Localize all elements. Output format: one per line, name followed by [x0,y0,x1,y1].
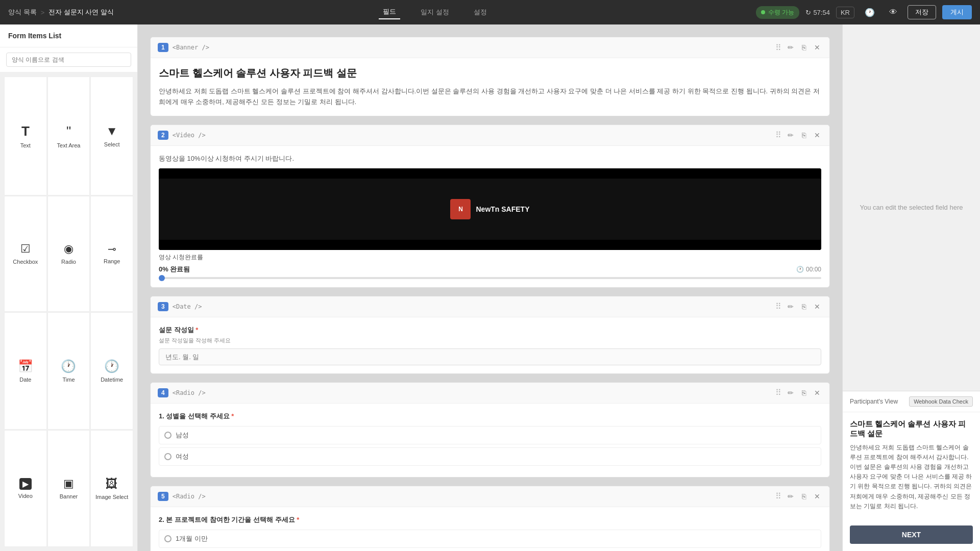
status-badge: 수령 가능 [756,6,799,19]
edit-block-button[interactable]: ✏ [786,302,796,312]
sidebar-item-textarea[interactable]: " Text Area [47,77,90,195]
video-progress-bar[interactable] [159,277,821,279]
radio-circle [164,453,172,460]
delete-block-button[interactable]: ✕ [812,302,822,312]
block-body-date: 설문 작성일 * 설문 작성일을 작성해 주세요 [151,317,829,373]
sidebar-item-label: Banner [60,493,78,499]
drag-handle-icon[interactable]: ⠿ [775,43,781,53]
radio-option-1month[interactable]: 1개월 이만 [159,530,821,548]
tab-fields[interactable]: 필드 [379,5,400,19]
edit-block-button[interactable]: ✏ [786,42,796,53]
radio-option-label: 남성 [176,431,189,440]
text-icon: T [21,123,30,139]
video-progress-row: 0% 완료됨 🕐 00:00 [159,265,821,274]
sidebar-item-checkbox[interactable]: ☑ Checkbox [4,196,47,312]
block-header-5: 5 <Radio /> ⠿ ✏ ⎘ ✕ [151,486,829,507]
sidebar-item-imageselect[interactable]: 🖼 Image Select [90,430,133,547]
form-block-radio-gender: 4 <Radio /> ⠿ ✏ ⎘ ✕ 1. 성별을 선택해 주세요 * 남성 [150,382,830,478]
required-mark: * [230,412,234,420]
tab-general-settings[interactable]: 일지 설정 [416,6,453,19]
required-mark: * [295,516,300,523]
radio-option-label: 1개월 이만 [176,534,208,543]
block-type-label: <Radio /> [173,389,206,396]
delete-block-button[interactable]: ✕ [812,130,822,140]
sidebar-item-label: Text Area [57,142,81,148]
webhook-button[interactable]: Webhook Data Check [909,396,973,407]
image-select-icon: 🖼 [106,477,118,491]
drag-handle-icon[interactable]: ⠿ [775,491,781,501]
block-number: 2 [158,131,168,140]
block-number: 4 [158,388,168,397]
required-mark: * [194,326,199,334]
sidebar-item-video[interactable]: ▶ Video [4,430,47,547]
copy-block-button[interactable]: ⎘ [800,130,808,140]
tab-settings[interactable]: 설정 [470,6,491,19]
radio-icon: ◉ [64,242,74,256]
history-icon[interactable]: 🕐 [861,6,879,19]
nav-actions: 수령 가능 ↻ 57:54 KR 🕐 👁 저장 게시 [756,5,972,19]
block-actions: ⠿ ✏ ⎘ ✕ [775,388,822,398]
participant-header: Participant's View Webhook Data Check [843,391,980,412]
copy-block-button[interactable]: ⎘ [800,491,808,502]
right-panel: You can edit the selected field here Par… [842,24,980,551]
sidebar-item-date[interactable]: 📅 Date [4,312,47,430]
copy-block-button[interactable]: ⎘ [800,302,808,312]
status-dot [761,10,765,14]
sidebar-item-label: Range [104,258,120,264]
radio-question-label: 1. 성별을 선택해 주세요 * [159,412,821,421]
timer-value: 57:54 [813,9,830,16]
sidebar-item-select[interactable]: ▼ Select [90,77,133,195]
block-body-radio-duration: 2. 본 프로젝트에 참여한 기간을 선택해 주세요 * 1개월 이만 1개월~… [151,507,829,551]
breadcrumb: 양식 목록 > 전자 설문지 사연 알식 [8,8,114,17]
edit-block-button[interactable]: ✏ [786,491,796,502]
drag-handle-icon[interactable]: ⠿ [775,130,781,140]
sidebar-item-label: Datetime [101,377,123,383]
block-tag: 2 <Video /> [158,131,206,140]
block-type-label: <Banner /> [173,44,209,51]
language-button[interactable]: KR [836,7,854,18]
form-block-banner: 1 <Banner /> ⠿ ✏ ⎘ ✕ 스마트 헬스케어 솔루션 사용자 피드… [150,37,830,116]
date-input[interactable] [159,348,821,365]
video-logo-box: N [450,199,471,219]
radio-option-male[interactable]: 남성 [159,426,821,444]
search-input[interactable] [6,53,131,67]
next-button[interactable]: NEXT [850,525,973,544]
participant-content: 스마트 헬스케어 솔루션 사용자 피드백 설문 안녕하세요 저희 도돕랩 스마트… [843,412,980,518]
edit-block-button[interactable]: ✏ [786,388,796,398]
video-percent: 0% 완료됨 [159,265,190,274]
edit-block-button[interactable]: ✏ [786,130,796,140]
radio-circle [164,535,172,542]
breadcrumb-home[interactable]: 양식 목록 [8,8,37,17]
radio-option-female[interactable]: 여성 [159,447,821,466]
block-tag: 4 <Radio /> [158,388,206,397]
clock-icon: 🕐 [796,266,804,273]
field-edit-hint: You can edit the selected field here [850,193,973,221]
sidebar-item-time[interactable]: 🕐 Time [47,312,90,430]
delete-block-button[interactable]: ✕ [812,42,822,53]
publish-button[interactable]: 게시 [942,5,972,19]
sidebar-item-label: Text [20,142,31,148]
drag-handle-icon[interactable]: ⠿ [775,388,781,397]
block-actions: ⠿ ✏ ⎘ ✕ [775,42,822,53]
form-canvas[interactable]: 1 <Banner /> ⠿ ✏ ⎘ ✕ 스마트 헬스케어 솔루션 사용자 피드… [138,24,842,551]
copy-block-button[interactable]: ⎘ [800,388,808,398]
sidebar-item-radio[interactable]: ◉ Radio [47,196,90,312]
sidebar-item-text[interactable]: T Text [4,77,47,195]
form-block-radio-duration: 5 <Radio /> ⠿ ✏ ⎘ ✕ 2. 본 프로젝트에 참여한 기간을 선… [150,486,830,551]
sidebar-item-datetime[interactable]: 🕐 Datetime [90,312,133,430]
drag-handle-icon[interactable]: ⠿ [775,302,781,311]
delete-block-button[interactable]: ✕ [812,491,822,502]
radio-option-label: 여성 [176,452,189,461]
sidebar-item-range[interactable]: ⊸ Range [90,196,133,312]
save-button[interactable]: 저장 [908,5,936,19]
sidebar-item-label: Checkbox [13,259,38,265]
sidebar-title: Form Items List [0,24,137,47]
block-actions: ⠿ ✏ ⎘ ✕ [775,130,822,140]
sidebar-item-banner[interactable]: ▣ Banner [47,430,90,547]
copy-block-button[interactable]: ⎘ [800,42,808,53]
sidebar-item-label: Image Select [95,494,128,500]
delete-block-button[interactable]: ✕ [812,388,822,398]
video-time: 🕐 00:00 [796,266,821,273]
preview-icon[interactable]: 👁 [885,6,901,19]
video-thumbnail: N NewTn SAFETY [159,179,821,240]
